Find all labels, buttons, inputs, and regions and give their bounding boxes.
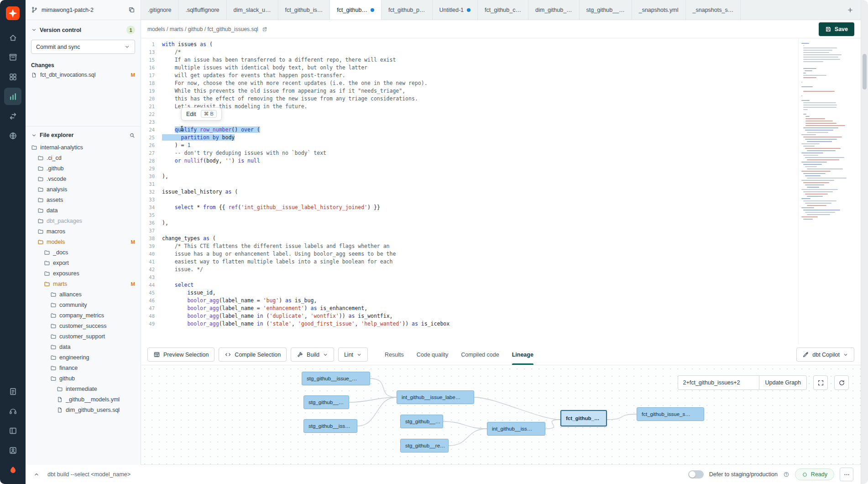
scrollbar-thumb[interactable] — [863, 54, 867, 89]
code-line[interactable]: 27 -- don't try deduping issues with no … — [141, 149, 794, 157]
refresh-graph-button[interactable] — [834, 375, 849, 390]
code-line[interactable]: 15 If an issue has been transferred to a… — [141, 56, 794, 64]
code-line[interactable]: 21 Let's revisit this modeling in the fu… — [141, 103, 794, 110]
lineage-node-fct-github-issue-s[interactable]: fct_github_issue_s… — [637, 407, 704, 421]
tab-snapshots-yml[interactable]: _snapshots.yml — [632, 0, 686, 20]
tree-item-export[interactable]: export — [26, 258, 141, 268]
lineage-node-stg-github-issue[interactable]: stg_github__issue_… — [302, 372, 370, 385]
branch-selector[interactable]: mirnawong1-patch-2 — [26, 0, 141, 20]
code-line[interactable]: 47 boolor_agg(label_name = 'enhancement'… — [141, 305, 794, 312]
tab-fct-github[interactable]: fct_github… — [330, 0, 382, 20]
code-line[interactable]: 40 issue has a bug or enhancement label.… — [141, 250, 794, 258]
tab-dim-slack-u[interactable]: dim_slack_u… — [227, 0, 278, 20]
code-line[interactable]: 22 — [141, 110, 794, 118]
update-graph-button[interactable]: Update Graph — [759, 375, 807, 390]
tree-item-macros[interactable]: macros — [26, 226, 141, 237]
tree-item-ci-cd[interactable]: .ci_cd — [26, 153, 141, 163]
notes[interactable] — [4, 383, 21, 400]
code-line[interactable]: 19 While this prevents the old issue fro… — [141, 87, 794, 95]
tab-snapshots-s[interactable]: _snapshots_s… — [686, 0, 741, 20]
tree-item-intermediate[interactable]: intermediate — [26, 384, 141, 394]
tree-item-models[interactable]: modelsM — [26, 237, 141, 247]
tab-sqlfluffignore[interactable]: .sqlfluffignore — [178, 0, 226, 20]
code-line[interactable]: 20 this has the effect of removing the n… — [141, 95, 794, 103]
tree-item-github[interactable]: github — [26, 373, 141, 384]
tree-item-vscode[interactable]: .vscode — [26, 174, 141, 184]
tab-stg-github[interactable]: stg_github__… — [580, 0, 632, 20]
code-line[interactable]: 44 select — [141, 281, 794, 289]
lint-button[interactable]: Lint — [338, 347, 368, 362]
lineage-node-stg-github[interactable]: stg_github__… — [303, 395, 349, 409]
tree-item-internal-analytics[interactable]: internal-analytics — [26, 142, 141, 153]
code-line[interactable]: 31 — [141, 180, 794, 188]
code-line[interactable]: 26 ) = 1 — [141, 142, 794, 149]
code-line[interactable]: 32issue_label_history as ( — [141, 188, 794, 196]
code-line[interactable]: 18 For now, choose the one with more rec… — [141, 79, 794, 87]
new-tab-button[interactable] — [840, 0, 861, 20]
docs[interactable] — [4, 422, 21, 439]
tree-item-assets[interactable]: assets — [26, 195, 141, 205]
flame-logo[interactable] — [4, 461, 21, 479]
minimap[interactable] — [799, 38, 852, 344]
code-line[interactable]: 23 — [141, 118, 794, 126]
result-tab-results[interactable]: Results — [385, 344, 404, 365]
help-icon[interactable] — [783, 471, 790, 478]
code-editor[interactable]: 1with issues as (13 /*15 If an issue has… — [141, 38, 861, 344]
code-line[interactable]: 1with issues as ( — [141, 41, 794, 48]
code-line[interactable]: 39 /* This CTE flattens the different is… — [141, 242, 794, 250]
commit-and-sync-button[interactable]: Commit and sync — [31, 40, 135, 54]
compile-selection-button[interactable]: Compile Selection — [219, 347, 287, 362]
dbt-copilot-button[interactable]: dbt Copilot — [796, 347, 854, 362]
lineage-selector-input[interactable] — [678, 375, 759, 390]
tree-item-docs[interactable]: _docs — [26, 247, 141, 258]
file-explorer-header[interactable]: File explorer — [26, 126, 141, 141]
lineage-node-int-github-issue-labe[interactable]: int_github__issue_labe… — [397, 390, 474, 404]
tree-item-company-metrics[interactable]: company_metrics — [26, 310, 141, 321]
lineage-node-fct-github[interactable]: fct_github_… — [560, 410, 607, 426]
tree-item-data[interactable]: data — [26, 205, 141, 216]
result-tab-lineage[interactable]: Lineage — [512, 344, 533, 365]
code-line[interactable]: 43 — [141, 274, 794, 281]
status-ready-badge[interactable]: Ready — [795, 468, 834, 480]
edit-selection-tooltip[interactable]: Edit ⌘ B — [181, 107, 222, 121]
code-line[interactable]: 25 partition by body — [141, 134, 794, 142]
code-line[interactable]: 36), — [141, 219, 794, 227]
result-tab-compiled-code[interactable]: Compiled code — [461, 344, 499, 365]
code-line[interactable]: 33 — [141, 196, 794, 204]
tree-item-github[interactable]: .github — [26, 163, 141, 174]
tab-fct-github-is[interactable]: fct_github_is… — [278, 0, 330, 20]
develop[interactable] — [4, 88, 21, 105]
tree-item-community[interactable]: community — [26, 300, 141, 310]
code-line[interactable]: 16 multiple issues with identical body t… — [141, 64, 794, 72]
tree-item-dim-github-users-sql[interactable]: dim_github_users.sql — [26, 405, 141, 415]
defer-toggle[interactable] — [688, 470, 704, 479]
code-line[interactable]: 45 issue_id, — [141, 289, 794, 297]
tree-item-alliances[interactable]: alliances — [26, 289, 141, 300]
version-control-header[interactable]: Version control 1 — [26, 20, 141, 37]
code-line[interactable]: 46 boolor_agg(label_name = 'bug') as is_… — [141, 297, 794, 305]
tree-item-analysis[interactable]: analysis — [26, 184, 141, 195]
code-line[interactable]: 29 — [141, 165, 794, 173]
diff[interactable] — [4, 107, 21, 125]
code-line[interactable]: 38change_types as ( — [141, 235, 794, 242]
code-line[interactable]: 34 select * from {{ ref('int_github__iss… — [141, 204, 794, 211]
code-line[interactable]: 35 — [141, 211, 794, 219]
dbt-logo[interactable] — [4, 5, 21, 22]
tree-item-github-models-yml[interactable]: _github__models.yml — [26, 394, 141, 405]
more-options-button[interactable] — [840, 468, 853, 481]
tree-item-customer-success[interactable]: customer_success — [26, 321, 141, 331]
code-line[interactable]: 42 issue. */ — [141, 266, 794, 274]
home[interactable] — [4, 29, 21, 46]
copy-branch-icon[interactable] — [128, 6, 135, 13]
tree-item-finance[interactable]: finance — [26, 363, 141, 373]
code-line[interactable]: 24 qualify row_number() over ( — [141, 126, 794, 134]
tree-item-engineering[interactable]: engineering — [26, 352, 141, 363]
tree-item-dbt-packages[interactable]: dbt_packages — [26, 216, 141, 226]
tab-untitled-1[interactable]: Untitled-1 — [433, 0, 478, 20]
tab-dim-github[interactable]: dim_github_… — [528, 0, 580, 20]
build-button[interactable]: Build — [291, 347, 334, 362]
changed-file[interactable]: fct_dbt_invocations.sqlM — [26, 70, 141, 79]
tree-item-marts[interactable]: martsM — [26, 279, 141, 289]
lineage-node-stg-github-iss[interactable]: stg_github__iss… — [303, 419, 357, 433]
code-line[interactable]: 37 — [141, 227, 794, 235]
